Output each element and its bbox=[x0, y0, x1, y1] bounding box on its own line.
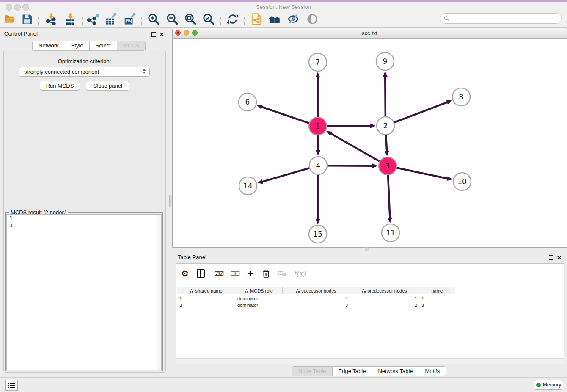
graph-edge[interactable] bbox=[327, 126, 371, 126]
delete-table-button[interactable] bbox=[275, 267, 288, 280]
delete-column-button[interactable] bbox=[260, 267, 272, 280]
node-table-panel: ⚙ ☑☑ ☐☐ ✚ f(x) bbox=[176, 263, 564, 364]
graph-node-label: 2 bbox=[383, 121, 388, 130]
export-table-icon bbox=[105, 13, 117, 25]
run-mcds-button[interactable]: Run MCDS bbox=[40, 81, 80, 91]
home-layout-button[interactable] bbox=[267, 12, 282, 26]
split-columns-button[interactable] bbox=[194, 267, 207, 280]
result-line: 1 bbox=[7, 215, 161, 222]
apply-function-button[interactable]: f(x) bbox=[291, 267, 308, 280]
close-panel-button[interactable]: Close panel bbox=[86, 81, 129, 91]
tab-style[interactable]: Style bbox=[65, 41, 90, 51]
network-window-titlebar[interactable]: ✕ − + scc.txt bbox=[173, 28, 567, 39]
toolbar-separator bbox=[141, 14, 142, 25]
result-scrollbar[interactable] bbox=[157, 215, 161, 370]
search-input[interactable] bbox=[450, 15, 553, 22]
open-session-button[interactable] bbox=[2, 12, 17, 26]
window-divider-grip[interactable] bbox=[365, 247, 369, 251]
add-column-button[interactable]: ✚ bbox=[244, 267, 257, 280]
column-header-mcds-role[interactable]: MCDS role bbox=[235, 287, 283, 294]
graph-edge[interactable] bbox=[330, 133, 380, 162]
graph-edge[interactable] bbox=[318, 174, 318, 220]
graph-edge[interactable] bbox=[394, 102, 448, 122]
mcds-result-group: MCDS result (2 nodes) 1 3 bbox=[5, 212, 163, 371]
graph-edge-arrowhead bbox=[316, 150, 320, 156]
refresh-button[interactable] bbox=[225, 12, 240, 26]
toolbar-search[interactable] bbox=[440, 13, 562, 24]
close-panel-icon[interactable]: ✕ bbox=[557, 254, 561, 261]
zoom-out-button[interactable] bbox=[165, 12, 180, 26]
select-all-columns-button[interactable]: ☑☑ bbox=[211, 267, 226, 280]
memory-button[interactable]: Memory bbox=[534, 380, 563, 390]
cell-mcds-role[interactable]: dominator bbox=[235, 295, 283, 302]
table-horizontal-scrollbar[interactable] bbox=[176, 358, 564, 364]
graph-node-label: 11 bbox=[386, 229, 395, 237]
graph-edge[interactable] bbox=[396, 168, 448, 179]
graph-edge[interactable] bbox=[388, 175, 390, 218]
cell-mcds-role[interactable]: dominator bbox=[235, 302, 283, 309]
column-type-icon bbox=[296, 289, 300, 293]
cell-predecessor-nodes[interactable]: 2 bbox=[350, 302, 419, 309]
graph-edge-arrowhead bbox=[385, 151, 389, 156]
export-network-button[interactable] bbox=[85, 12, 100, 26]
export-image-button[interactable] bbox=[122, 12, 137, 26]
graph-edge[interactable] bbox=[385, 76, 385, 117]
column-header-predecessor-nodes[interactable]: predecessor nodes bbox=[350, 287, 419, 294]
cell-successor-nodes[interactable]: 4 bbox=[282, 295, 350, 302]
import-network-button[interactable] bbox=[44, 12, 59, 26]
cell-successor-nodes[interactable]: 3 bbox=[282, 302, 350, 309]
clone-network-icon bbox=[250, 13, 263, 25]
graph-edge-arrowhead bbox=[372, 163, 378, 168]
graph-edge[interactable] bbox=[261, 107, 309, 123]
cell-shared-name[interactable]: 1 bbox=[177, 295, 235, 302]
column-header-name[interactable]: name bbox=[419, 287, 455, 294]
tab-edge-table[interactable]: Edge Table bbox=[333, 366, 372, 376]
toolbar-separator bbox=[244, 14, 245, 25]
graph-edge-arrowhead bbox=[383, 71, 388, 77]
mcds-result-textarea[interactable]: 1 3 bbox=[6, 214, 162, 370]
graph-edge[interactable] bbox=[327, 166, 373, 166]
close-panel-icon[interactable]: ✕ bbox=[160, 31, 164, 38]
tab-network-table[interactable]: Network Table bbox=[372, 366, 419, 376]
show-graphics-details-button[interactable] bbox=[305, 12, 320, 26]
float-panel-icon[interactable] bbox=[151, 32, 156, 37]
tab-motifs[interactable]: Motifs bbox=[419, 366, 446, 376]
hide-graphics-details-button[interactable] bbox=[286, 12, 301, 26]
status-bar bbox=[0, 377, 567, 392]
import-table-icon bbox=[64, 13, 77, 25]
cell-name[interactable]: 3 bbox=[419, 302, 455, 309]
column-header-successor-nodes[interactable]: successor nodes bbox=[282, 287, 350, 294]
table-settings-button[interactable]: ⚙ bbox=[179, 267, 191, 280]
cell-predecessor-nodes[interactable]: 1 bbox=[350, 295, 419, 302]
zoom-selected-button[interactable] bbox=[201, 12, 216, 26]
tab-network[interactable]: Network bbox=[32, 41, 65, 51]
tab-select[interactable]: Select bbox=[90, 41, 117, 51]
column-header-shared-name[interactable]: shared name bbox=[177, 287, 235, 294]
import-table-button[interactable] bbox=[63, 12, 78, 26]
float-panel-icon[interactable] bbox=[549, 255, 553, 260]
tab-mcds[interactable]: MCDS bbox=[117, 41, 146, 51]
clone-network-button[interactable] bbox=[249, 12, 264, 26]
select-all-icon: ☑☑ bbox=[214, 270, 223, 277]
task-history-button[interactable] bbox=[5, 380, 18, 391]
network-canvas[interactable]: 7968124314101511 bbox=[173, 38, 567, 247]
graph-node-label: 15 bbox=[313, 230, 322, 238]
tab-node-table[interactable]: Node Table bbox=[292, 366, 333, 376]
graph-node-label: 9 bbox=[383, 57, 388, 66]
zoom-in-button[interactable] bbox=[146, 12, 161, 26]
cell-shared-name[interactable]: 3 bbox=[177, 302, 235, 309]
graph-edge[interactable] bbox=[386, 135, 387, 152]
deselect-all-columns-button[interactable]: ☐☐ bbox=[227, 267, 242, 280]
criterion-dropdown[interactable]: strongly connected component bbox=[19, 67, 150, 77]
zoom-fit-button[interactable] bbox=[183, 12, 198, 26]
graph-node-label: 6 bbox=[245, 98, 250, 106]
export-table-button[interactable] bbox=[103, 12, 118, 26]
graph-node-label: 14 bbox=[243, 182, 253, 190]
result-line: 3 bbox=[7, 222, 161, 229]
cell-name[interactable]: 1 bbox=[419, 295, 455, 302]
save-session-button[interactable] bbox=[19, 12, 35, 26]
graph-edge-arrowhead bbox=[257, 105, 263, 109]
table-panel-title: Table Panel bbox=[178, 254, 206, 260]
toolbar-separator bbox=[82, 14, 83, 25]
graph-edge[interactable] bbox=[262, 168, 310, 182]
